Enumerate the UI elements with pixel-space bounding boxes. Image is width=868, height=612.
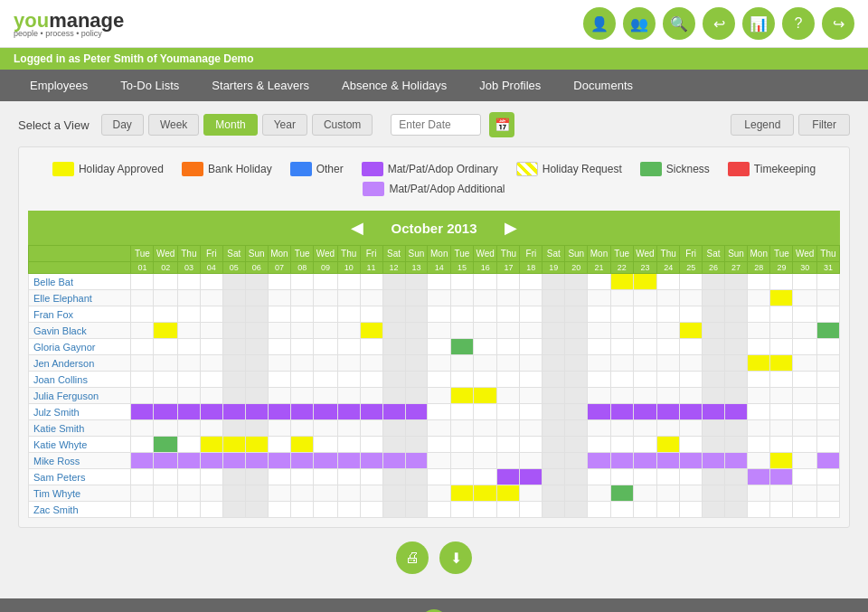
- cell[interactable]: [382, 404, 405, 420]
- cell[interactable]: [770, 502, 793, 518]
- cell[interactable]: [748, 323, 770, 339]
- cell[interactable]: [245, 469, 268, 485]
- cell[interactable]: [497, 355, 520, 372]
- cell[interactable]: [360, 339, 382, 355]
- cell[interactable]: [680, 306, 703, 323]
- cell[interactable]: [816, 485, 839, 502]
- cell[interactable]: [473, 404, 497, 420]
- cell[interactable]: [200, 274, 222, 290]
- cell[interactable]: [725, 420, 748, 437]
- cell[interactable]: [725, 388, 748, 404]
- cell[interactable]: [154, 355, 178, 372]
- cell[interactable]: [588, 388, 610, 404]
- cell[interactable]: [657, 420, 680, 437]
- cell[interactable]: [748, 306, 770, 323]
- cell[interactable]: [657, 437, 680, 453]
- cell[interactable]: [268, 355, 290, 372]
- cell[interactable]: [770, 420, 793, 437]
- cell[interactable]: [588, 453, 610, 469]
- cell[interactable]: [588, 290, 610, 306]
- cell[interactable]: [291, 323, 314, 339]
- cell[interactable]: [520, 437, 542, 453]
- cell[interactable]: [610, 323, 633, 339]
- cell[interactable]: [610, 453, 633, 469]
- cell[interactable]: [748, 453, 770, 469]
- cell[interactable]: [680, 502, 703, 518]
- cell[interactable]: [337, 437, 360, 453]
- cell[interactable]: [154, 290, 178, 306]
- cell[interactable]: [360, 453, 382, 469]
- cell[interactable]: [703, 323, 725, 339]
- cell[interactable]: [816, 469, 839, 485]
- cell[interactable]: [360, 355, 382, 372]
- download-btn[interactable]: ⬇: [439, 541, 472, 574]
- emp-link-sam-peters[interactable]: Sam Peters: [33, 472, 85, 483]
- cell[interactable]: [291, 469, 314, 485]
- cell[interactable]: [337, 323, 360, 339]
- cell[interactable]: [154, 339, 178, 355]
- cell[interactable]: [245, 274, 268, 290]
- date-input[interactable]: [391, 114, 481, 136]
- cell[interactable]: [748, 437, 770, 453]
- cell[interactable]: [748, 420, 770, 437]
- emp-link-joan-collins[interactable]: Joan Collins: [33, 374, 88, 385]
- cell[interactable]: [473, 420, 497, 437]
- cell[interactable]: [542, 355, 565, 372]
- cell[interactable]: [405, 502, 428, 518]
- cell[interactable]: [268, 323, 290, 339]
- cell[interactable]: [748, 372, 770, 388]
- cell[interactable]: [382, 355, 405, 372]
- cell[interactable]: [520, 485, 542, 502]
- cell[interactable]: [725, 306, 748, 323]
- cell[interactable]: [382, 502, 405, 518]
- view-month-btn[interactable]: Month: [203, 114, 257, 136]
- cell[interactable]: [428, 339, 450, 355]
- cell[interactable]: [633, 437, 657, 453]
- cell[interactable]: [200, 453, 222, 469]
- cell[interactable]: [770, 290, 793, 306]
- cell[interactable]: [291, 372, 314, 388]
- cell[interactable]: [337, 485, 360, 502]
- cell[interactable]: [360, 404, 382, 420]
- cell[interactable]: [291, 339, 314, 355]
- cell[interactable]: [245, 372, 268, 388]
- cell[interactable]: [337, 453, 360, 469]
- cell[interactable]: [793, 502, 817, 518]
- view-custom-btn[interactable]: Custom: [312, 114, 373, 136]
- nav-todo[interactable]: To-Do Lists: [104, 70, 195, 101]
- print-btn[interactable]: 🖨: [396, 541, 429, 574]
- stats-icon-btn[interactable]: 📊: [742, 7, 775, 40]
- cell[interactable]: [405, 404, 428, 420]
- cell[interactable]: [816, 355, 839, 372]
- cell[interactable]: [337, 339, 360, 355]
- cell[interactable]: [793, 323, 817, 339]
- legend-btn[interactable]: Legend: [731, 114, 794, 136]
- cell[interactable]: [473, 355, 497, 372]
- cell[interactable]: [770, 323, 793, 339]
- cell[interactable]: [360, 469, 382, 485]
- cell[interactable]: [588, 339, 610, 355]
- cell[interactable]: [565, 437, 588, 453]
- cell[interactable]: [588, 420, 610, 437]
- cell[interactable]: [588, 323, 610, 339]
- cell[interactable]: [200, 372, 222, 388]
- cell[interactable]: [497, 339, 520, 355]
- cell[interactable]: [657, 306, 680, 323]
- cell[interactable]: [816, 372, 839, 388]
- cell[interactable]: [588, 502, 610, 518]
- cell[interactable]: [405, 355, 428, 372]
- cell[interactable]: [222, 502, 245, 518]
- cell[interactable]: [657, 485, 680, 502]
- cell[interactable]: [360, 372, 382, 388]
- cell[interactable]: [245, 420, 268, 437]
- cell[interactable]: [657, 404, 680, 420]
- cell[interactable]: [725, 453, 748, 469]
- cell[interactable]: [268, 453, 290, 469]
- cell[interactable]: [610, 388, 633, 404]
- cell[interactable]: [222, 355, 245, 372]
- cell[interactable]: [177, 290, 200, 306]
- cell[interactable]: [245, 404, 268, 420]
- cell[interactable]: [793, 290, 817, 306]
- cell[interactable]: [428, 323, 450, 339]
- cell[interactable]: [200, 339, 222, 355]
